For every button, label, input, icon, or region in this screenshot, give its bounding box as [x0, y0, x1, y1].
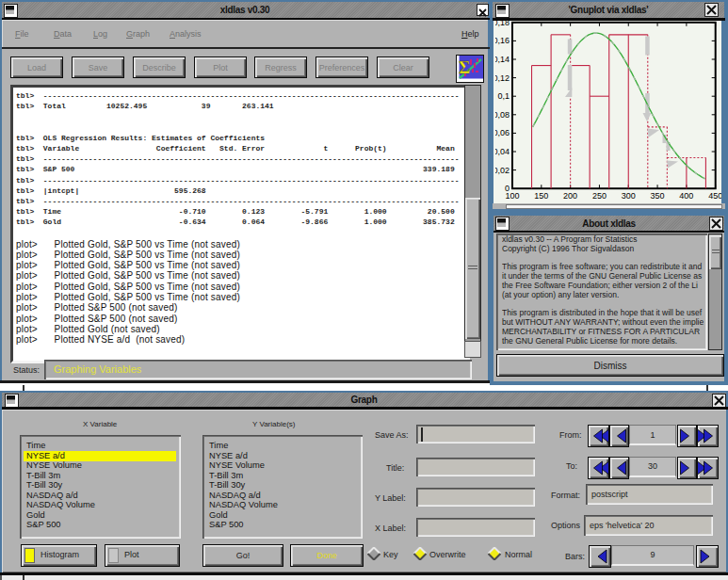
svg-text:0,12: 0,12	[495, 73, 510, 83]
svg-text:0,14: 0,14	[495, 55, 510, 64]
svg-text:0,06: 0,06	[495, 128, 510, 137]
svg-text:0,18: 0,18	[495, 21, 510, 27]
svg-text:0,1: 0,1	[497, 91, 510, 101]
svg-text:0,16: 0,16	[495, 36, 510, 45]
svg-text:0,02: 0,02	[495, 166, 510, 175]
svg-text:300: 300	[622, 191, 636, 201]
svg-text:150: 150	[534, 191, 548, 201]
svg-text:0,08: 0,08	[495, 110, 510, 120]
svg-text:250: 250	[592, 191, 607, 201]
svg-text:0,04: 0,04	[495, 147, 510, 156]
svg-text:200: 200	[563, 191, 577, 201]
svg-text:350: 350	[651, 191, 665, 201]
svg-text:0: 0	[505, 184, 510, 193]
svg-text:400: 400	[679, 191, 693, 201]
svg-text:450: 450	[708, 191, 721, 201]
